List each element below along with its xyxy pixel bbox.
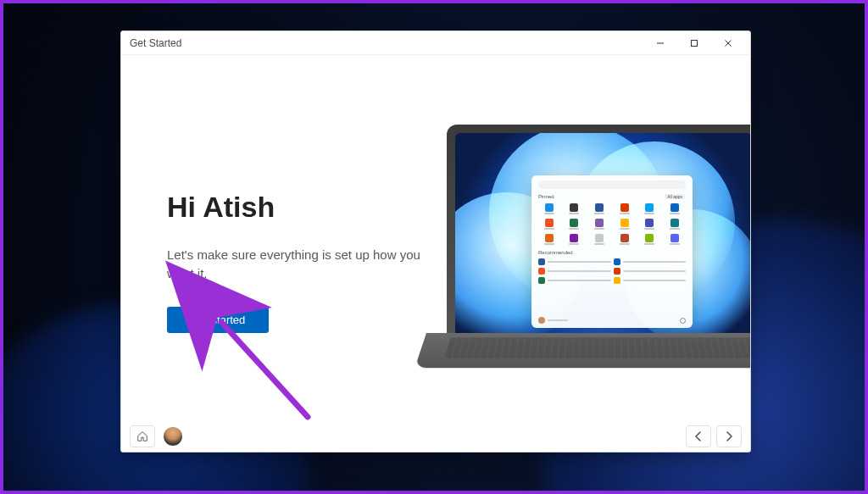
start-menu-user (538, 317, 568, 324)
recommended-label: Recommended (538, 250, 573, 255)
start-menu-search-bar (538, 180, 686, 189)
pinned-label: Pinned (538, 194, 554, 199)
welcome-text-column: Hi Atish Let's make sure everything is s… (167, 191, 421, 333)
window-controls (643, 32, 745, 54)
start-menu-recommended: Recommended (538, 250, 686, 284)
titlebar: Get Started (121, 31, 750, 55)
chevron-left-icon (693, 431, 704, 441)
desktop-wallpaper: Get Started Hi Atish Let's make sure eve… (0, 0, 868, 494)
window-bottom-bar (121, 421, 750, 452)
laptop-keyboard (415, 333, 750, 368)
laptop-illustration: Pinned All apps (447, 125, 750, 379)
previous-button[interactable] (686, 425, 711, 447)
home-button[interactable] (130, 425, 155, 447)
minimize-button[interactable] (643, 32, 677, 54)
laptop-screen-frame: Pinned All apps (447, 125, 750, 345)
minimize-icon (656, 39, 665, 47)
welcome-subtext: Let's make sure everything is set up how… (167, 246, 421, 283)
get-started-button[interactable]: Get started (167, 307, 269, 333)
maximize-button[interactable] (677, 32, 711, 54)
get-started-window: Get Started Hi Atish Let's make sure eve… (120, 31, 751, 452)
all-apps-pill: All apps (664, 194, 686, 199)
start-menu-pinned-grid (538, 203, 686, 245)
svg-rect-1 (692, 40, 698, 46)
chevron-right-icon (724, 431, 734, 441)
next-button[interactable] (716, 425, 742, 447)
power-icon (680, 318, 686, 324)
welcome-heading: Hi Atish (167, 191, 421, 224)
close-button[interactable] (711, 32, 745, 54)
window-title: Get Started (130, 37, 181, 49)
laptop-screen: Pinned All apps (455, 133, 750, 345)
window-content: Hi Atish Let's make sure everything is s… (121, 55, 750, 421)
home-icon (136, 430, 148, 442)
user-avatar[interactable] (164, 427, 182, 446)
start-menu-pinned-header: Pinned All apps (538, 194, 686, 199)
maximize-icon (690, 39, 698, 47)
start-menu-preview: Pinned All apps (531, 175, 693, 328)
close-icon (724, 39, 732, 47)
